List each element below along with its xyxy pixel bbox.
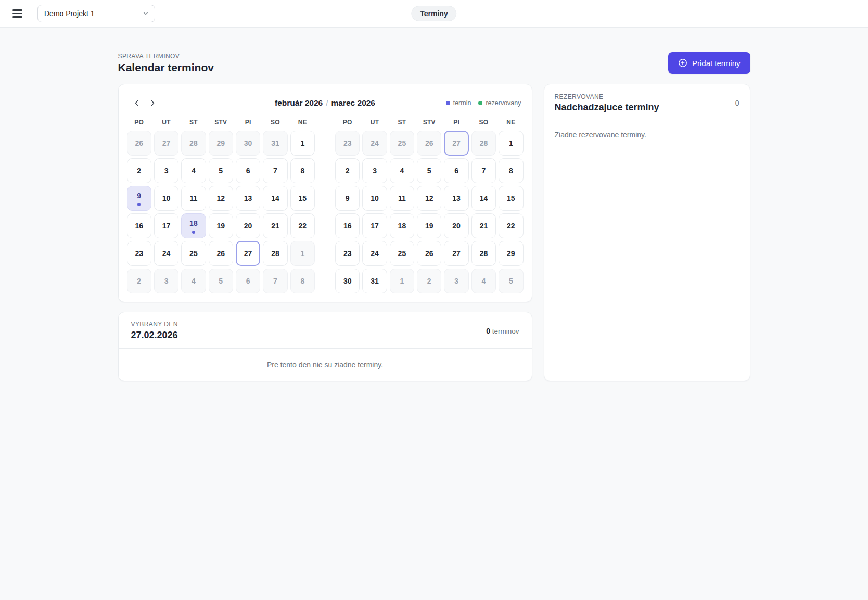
day-cell[interactable]: 2 bbox=[335, 158, 360, 183]
day-cell[interactable]: 23 bbox=[127, 241, 151, 266]
day-number: 20 bbox=[244, 222, 252, 230]
day-cell[interactable]: 2 bbox=[417, 269, 441, 293]
day-cell[interactable]: 8 bbox=[290, 158, 315, 183]
add-terminy-button[interactable]: Pridat terminy bbox=[668, 52, 750, 74]
day-cell[interactable]: 25 bbox=[390, 241, 414, 266]
day-cell[interactable]: 14 bbox=[263, 186, 287, 211]
day-cell[interactable]: 9 bbox=[335, 186, 360, 211]
day-cell[interactable]: 21 bbox=[263, 213, 287, 238]
day-cell[interactable]: 19 bbox=[417, 213, 441, 238]
day-cell[interactable]: 3 bbox=[154, 158, 178, 183]
day-cell[interactable]: 8 bbox=[499, 158, 523, 183]
day-cell[interactable]: 28 bbox=[181, 131, 206, 156]
day-cell[interactable]: 18 bbox=[181, 213, 206, 238]
day-cell[interactable]: 2 bbox=[127, 158, 151, 183]
day-cell[interactable]: 16 bbox=[335, 213, 360, 238]
day-cell[interactable]: 23 bbox=[335, 241, 360, 266]
day-cell[interactable]: 6 bbox=[236, 269, 260, 293]
day-cell[interactable]: 10 bbox=[362, 186, 387, 211]
day-cell[interactable]: 15 bbox=[290, 186, 315, 211]
day-cell[interactable]: 7 bbox=[263, 158, 287, 183]
day-cell[interactable]: 17 bbox=[154, 213, 178, 238]
day-cell[interactable]: 7 bbox=[471, 158, 496, 183]
day-cell[interactable]: 10 bbox=[154, 186, 178, 211]
day-cell[interactable]: 29 bbox=[499, 241, 523, 266]
day-cell[interactable]: 1 bbox=[499, 131, 523, 156]
day-cell[interactable]: 1 bbox=[290, 131, 315, 156]
day-cell[interactable]: 27 bbox=[444, 131, 468, 156]
day-cell[interactable]: 5 bbox=[499, 269, 523, 293]
chevron-left-icon[interactable] bbox=[129, 95, 145, 111]
day-cell[interactable]: 25 bbox=[390, 131, 414, 156]
day-cell[interactable]: 31 bbox=[362, 269, 387, 293]
day-cell[interactable]: 3 bbox=[154, 269, 178, 293]
day-cell[interactable]: 1 bbox=[390, 269, 414, 293]
day-number: 11 bbox=[398, 194, 406, 202]
day-cell[interactable]: 21 bbox=[471, 213, 496, 238]
day-cell[interactable]: 30 bbox=[335, 269, 360, 293]
tab-terminy[interactable]: Terminy bbox=[411, 6, 456, 21]
day-cell[interactable]: 16 bbox=[127, 213, 151, 238]
day-cell[interactable]: 24 bbox=[362, 131, 387, 156]
day-cell[interactable]: 29 bbox=[209, 131, 233, 156]
day-cell[interactable]: 9 bbox=[127, 186, 151, 211]
day-cell[interactable]: 28 bbox=[471, 131, 496, 156]
day-cell[interactable]: 18 bbox=[390, 213, 414, 238]
day-cell[interactable]: 3 bbox=[444, 269, 468, 293]
day-cell[interactable]: 28 bbox=[471, 241, 496, 266]
day-cell[interactable]: 31 bbox=[263, 131, 287, 156]
chevron-right-icon[interactable] bbox=[145, 95, 160, 111]
day-cell[interactable]: 13 bbox=[444, 186, 468, 211]
day-cell[interactable]: 14 bbox=[471, 186, 496, 211]
day-cell[interactable]: 22 bbox=[290, 213, 315, 238]
day-cell[interactable]: 3 bbox=[362, 158, 387, 183]
day-cell[interactable]: 30 bbox=[236, 131, 260, 156]
day-cell[interactable]: 26 bbox=[417, 131, 441, 156]
day-cell[interactable]: 5 bbox=[209, 269, 233, 293]
day-cell[interactable]: 6 bbox=[236, 158, 260, 183]
day-number: 26 bbox=[135, 139, 143, 147]
day-cell[interactable]: 12 bbox=[417, 186, 441, 211]
day-cell[interactable]: 13 bbox=[236, 186, 260, 211]
day-cell[interactable]: 27 bbox=[444, 241, 468, 266]
day-cell[interactable]: 23 bbox=[335, 131, 360, 156]
day-cell[interactable]: 1 bbox=[290, 241, 315, 266]
day-cell[interactable]: 22 bbox=[499, 213, 523, 238]
day-cell[interactable]: 4 bbox=[181, 269, 206, 293]
day-cell[interactable]: 19 bbox=[209, 213, 233, 238]
weekday-header: UT bbox=[154, 119, 178, 126]
day-cell[interactable]: 26 bbox=[127, 131, 151, 156]
day-cell[interactable]: 24 bbox=[154, 241, 178, 266]
day-cell[interactable]: 4 bbox=[390, 158, 414, 183]
day-cell[interactable]: 25 bbox=[181, 241, 206, 266]
day-cell[interactable]: 11 bbox=[390, 186, 414, 211]
day-cell[interactable]: 24 bbox=[362, 241, 387, 266]
termin-dot-icon bbox=[446, 101, 450, 105]
day-cell[interactable]: 4 bbox=[471, 269, 496, 293]
day-cell[interactable]: 15 bbox=[499, 186, 523, 211]
day-number: 5 bbox=[427, 167, 431, 175]
day-cell[interactable]: 28 bbox=[263, 241, 287, 266]
reserved-empty-message: Ziadne rezervovane terminy. bbox=[544, 120, 750, 381]
menu-icon[interactable] bbox=[12, 6, 27, 21]
day-cell[interactable]: 27 bbox=[236, 241, 260, 266]
selected-day-date: 27.02.2026 bbox=[131, 330, 178, 341]
day-cell[interactable]: 8 bbox=[290, 269, 315, 293]
day-cell[interactable]: 4 bbox=[181, 158, 206, 183]
day-cell[interactable]: 27 bbox=[154, 131, 178, 156]
day-number: 28 bbox=[189, 139, 198, 147]
day-cell[interactable]: 12 bbox=[209, 186, 233, 211]
day-cell[interactable]: 7 bbox=[263, 269, 287, 293]
weekday-header: PO bbox=[127, 119, 151, 126]
day-cell[interactable]: 2 bbox=[127, 269, 151, 293]
day-cell[interactable]: 26 bbox=[417, 241, 441, 266]
day-cell[interactable]: 5 bbox=[417, 158, 441, 183]
day-cell[interactable]: 20 bbox=[236, 213, 260, 238]
project-select[interactable]: Demo Projekt 1 bbox=[37, 5, 155, 22]
day-cell[interactable]: 6 bbox=[444, 158, 468, 183]
day-cell[interactable]: 20 bbox=[444, 213, 468, 238]
day-cell[interactable]: 5 bbox=[209, 158, 233, 183]
day-cell[interactable]: 17 bbox=[362, 213, 387, 238]
day-cell[interactable]: 11 bbox=[181, 186, 206, 211]
day-cell[interactable]: 26 bbox=[209, 241, 233, 266]
